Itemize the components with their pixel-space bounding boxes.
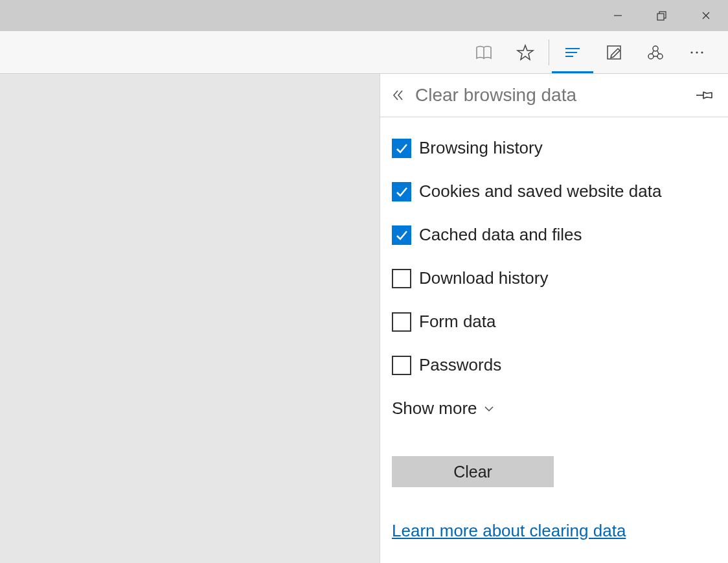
close-icon: [701, 11, 711, 20]
checkbox-label: Browsing history: [419, 138, 543, 158]
svg-rect-2: [657, 14, 664, 20]
check-icon: [394, 141, 409, 155]
svg-point-10: [648, 54, 654, 59]
show-more-button[interactable]: Show more: [392, 398, 716, 419]
checkbox[interactable]: [392, 139, 411, 158]
back-button[interactable]: [385, 82, 411, 108]
checkbox-row[interactable]: Passwords: [392, 355, 716, 375]
more-button[interactable]: [676, 31, 718, 73]
checkbox-row[interactable]: Form data: [392, 312, 716, 332]
ellipsis-icon: [688, 43, 706, 62]
maximize-button[interactable]: [640, 0, 684, 31]
checkbox[interactable]: [392, 269, 411, 288]
reading-view-button[interactable]: [463, 31, 505, 73]
check-icon: [394, 185, 409, 199]
check-icon: [394, 228, 409, 242]
toolbar: [0, 31, 728, 74]
learn-more-label: Learn more about clearing data: [392, 521, 626, 540]
learn-more-link[interactable]: Learn more about clearing data: [392, 521, 626, 541]
clear-button[interactable]: Clear: [392, 456, 554, 487]
star-icon: [516, 43, 534, 62]
chevron-left-double-icon: [392, 89, 405, 102]
checkbox-row[interactable]: Cookies and saved website data: [392, 181, 716, 201]
chevron-down-icon: [484, 405, 494, 413]
close-button[interactable]: [684, 0, 728, 31]
checkbox[interactable]: [392, 182, 411, 201]
svg-point-9: [653, 46, 658, 51]
toolbar-separator: [549, 40, 549, 65]
panel-body: Browsing historyCookies and saved websit…: [380, 117, 728, 563]
clear-browsing-data-panel: Clear browsing data Browsing historyCook…: [380, 74, 728, 563]
pin-button[interactable]: [692, 82, 718, 108]
checkbox-label: Passwords: [419, 355, 501, 375]
svg-point-15: [690, 51, 692, 53]
clear-button-label: Clear: [453, 463, 492, 481]
pin-icon: [696, 89, 713, 102]
svg-line-13: [657, 51, 659, 54]
svg-point-11: [657, 54, 663, 59]
share-button[interactable]: [635, 31, 676, 73]
hub-button[interactable]: [552, 31, 593, 73]
checkbox-label: Download history: [419, 268, 548, 288]
checkbox-label: Form data: [419, 312, 496, 332]
svg-line-12: [652, 51, 654, 54]
checkbox-row[interactable]: Cached data and files: [392, 225, 716, 245]
show-more-label: Show more: [392, 398, 477, 419]
hub-icon: [563, 43, 582, 62]
checkbox-label: Cookies and saved website data: [419, 181, 661, 201]
favorite-button[interactable]: [505, 31, 546, 73]
minimize-button[interactable]: [596, 0, 640, 31]
share-icon: [646, 43, 665, 62]
panel-title: Clear browsing data: [415, 85, 576, 106]
content-area: Clear browsing data Browsing historyCook…: [0, 74, 728, 563]
svg-point-17: [701, 51, 703, 53]
checkbox-row[interactable]: Download history: [392, 268, 716, 288]
web-note-button[interactable]: [593, 31, 635, 73]
book-icon: [475, 43, 493, 62]
maximize-icon: [657, 10, 667, 21]
window-titlebar: [0, 0, 728, 31]
note-icon: [605, 43, 623, 62]
checkbox[interactable]: [392, 312, 411, 332]
minimize-icon: [613, 11, 622, 20]
checkbox[interactable]: [392, 356, 411, 375]
svg-point-16: [696, 51, 698, 53]
panel-header: Clear browsing data: [380, 74, 728, 117]
checkbox-label: Cached data and files: [419, 225, 582, 245]
checkbox-row[interactable]: Browsing history: [392, 138, 716, 158]
checkbox[interactable]: [392, 225, 411, 245]
